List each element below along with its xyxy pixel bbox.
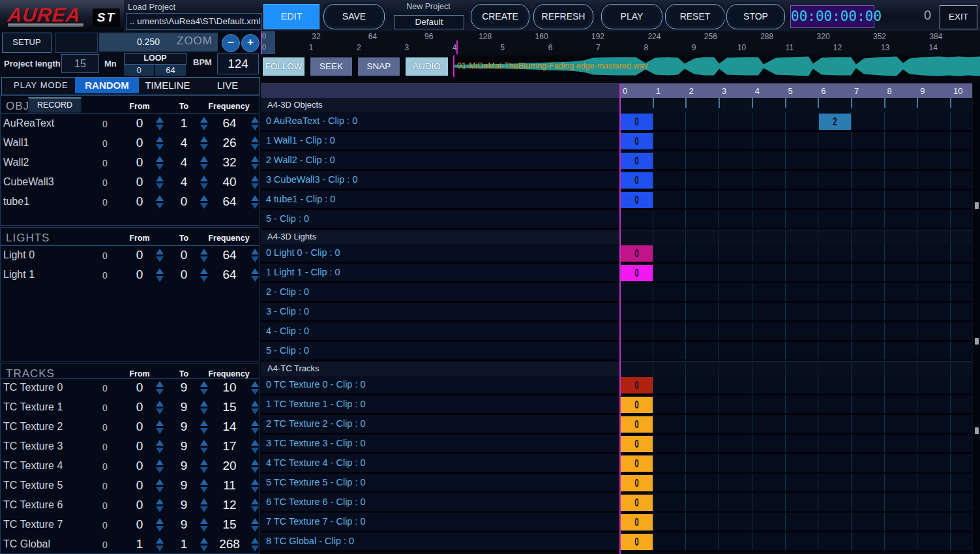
follow-toggle[interactable]: FOLLOW: [263, 57, 304, 76]
track-grid-row[interactable]: 0: [619, 454, 980, 474]
track-grid-row[interactable]: 0: [619, 415, 980, 435]
spinner-down-icon[interactable]: [251, 256, 259, 262]
spinner-up-icon[interactable]: [251, 459, 259, 465]
record-button[interactable]: RECORD: [28, 97, 82, 113]
track-label[interactable]: 0 Light 0 - Clip : 0: [261, 244, 619, 264]
param-from[interactable]: 0: [125, 175, 154, 189]
spinner-down-icon[interactable]: [251, 487, 259, 493]
param-to[interactable]: 0: [170, 268, 198, 282]
load-project-path-field[interactable]: .. uments\AuRea4\ST\Default.xml: [126, 13, 262, 30]
param-to[interactable]: 9: [170, 380, 198, 395]
param-to[interactable]: 0: [170, 248, 198, 262]
spinner-down-icon[interactable]: [156, 408, 164, 414]
track-label[interactable]: 8 TC Global - Clip : 0: [261, 532, 619, 552]
spinner-up-icon[interactable]: [156, 195, 164, 201]
param-frequency[interactable]: 17: [214, 439, 245, 454]
spinner-down-icon[interactable]: [200, 428, 208, 434]
spinner-up-icon[interactable]: [200, 538, 208, 544]
spinner-down-icon[interactable]: [200, 389, 208, 395]
reset-button[interactable]: RESET: [665, 4, 725, 29]
track-label[interactable]: 1 Wall1 - Clip : 0: [261, 132, 619, 151]
param-from[interactable]: 0: [125, 116, 154, 131]
spinner-up-icon[interactable]: [200, 156, 208, 162]
spinner-down-icon[interactable]: [251, 164, 259, 170]
spinner-up-icon[interactable]: [156, 440, 164, 446]
param-from[interactable]: 0: [125, 517, 154, 532]
audio-toggle[interactable]: AUDIO: [406, 57, 448, 76]
seek-toggle[interactable]: SEEK: [310, 57, 352, 76]
param-from[interactable]: 0: [125, 498, 154, 512]
spinner-up-icon[interactable]: [200, 195, 208, 201]
param-frequency[interactable]: 11: [214, 478, 245, 493]
param-frequency[interactable]: 12: [214, 498, 245, 512]
track-grid-row[interactable]: [619, 210, 980, 230]
spinner-up-icon[interactable]: [200, 117, 208, 123]
spinner-up-icon[interactable]: [200, 499, 208, 504]
track-label[interactable]: 2 TC Texture 2 - Clip : 0: [261, 415, 619, 435]
zoom-out-button[interactable]: –: [222, 34, 240, 52]
param-from[interactable]: 0: [125, 420, 154, 434]
spinner-down-icon[interactable]: [156, 526, 164, 532]
timeline-clip[interactable]: 2: [819, 114, 851, 130]
spinner-up-icon[interactable]: [251, 176, 259, 181]
zoom-in-button[interactable]: +: [241, 34, 260, 52]
track-label[interactable]: 1 TC Texture 1 - Clip : 0: [261, 395, 619, 415]
param-frequency[interactable]: 14: [214, 420, 245, 434]
spinner-down-icon[interactable]: [156, 164, 164, 170]
spinner-up-icon[interactable]: [200, 176, 208, 181]
param-from[interactable]: 0: [125, 155, 154, 170]
spinner-up-icon[interactable]: [156, 268, 164, 274]
param-frequency[interactable]: 40: [214, 175, 245, 189]
param-from[interactable]: 0: [125, 268, 154, 282]
spinner-down-icon[interactable]: [156, 203, 164, 209]
create-button[interactable]: CREATE: [471, 4, 529, 29]
track-grid-row[interactable]: 0: [619, 151, 980, 171]
spinner-up-icon[interactable]: [200, 459, 208, 465]
param-to[interactable]: 1: [170, 116, 198, 131]
spinner-up-icon[interactable]: [200, 249, 208, 254]
timeline-clip[interactable]: 0: [621, 114, 653, 130]
spinner-down-icon[interactable]: [251, 506, 259, 512]
timeline-clip[interactable]: 0: [621, 436, 653, 452]
timeline-clip[interactable]: 0: [621, 534, 653, 550]
param-to[interactable]: 1: [170, 537, 198, 551]
timeline-clip[interactable]: 0: [621, 133, 653, 149]
timeline-clip[interactable]: 0: [621, 377, 653, 393]
mode-random[interactable]: RANDOM: [75, 78, 139, 93]
save-button[interactable]: SAVE: [323, 4, 385, 29]
spinner-up-icon[interactable]: [200, 518, 208, 524]
param-to[interactable]: 4: [170, 175, 198, 189]
timeline-clip[interactable]: 0: [621, 172, 653, 189]
track-grid-row[interactable]: [619, 342, 980, 362]
param-frequency[interactable]: 64: [214, 194, 245, 209]
track-label[interactable]: 2 - Clip : 0: [261, 283, 619, 303]
track-label[interactable]: 3 CubeWall3 - Clip : 0: [261, 171, 619, 191]
timeline-clip[interactable]: 0: [621, 514, 653, 531]
timeline-clip[interactable]: 0: [621, 153, 653, 169]
spinner-down-icon[interactable]: [200, 506, 208, 512]
timeline-clip[interactable]: 0: [621, 475, 653, 491]
spinner-up-icon[interactable]: [156, 518, 164, 524]
spinner-down-icon[interactable]: [200, 526, 208, 532]
spinner-down-icon[interactable]: [200, 408, 208, 414]
mode-timeline[interactable]: TIMELINE: [141, 78, 194, 93]
spinner-down-icon[interactable]: [200, 276, 208, 282]
track-label[interactable]: 2 Wall2 - Clip : 0: [261, 151, 619, 171]
spinner-up-icon[interactable]: [156, 479, 164, 485]
setup-button[interactable]: SETUP: [2, 33, 52, 53]
track-grid-row[interactable]: 0: [619, 493, 980, 513]
spinner-down-icon[interactable]: [251, 467, 259, 473]
param-frequency[interactable]: 64: [214, 268, 245, 282]
timeline-clip[interactable]: 0: [621, 455, 653, 472]
snap-toggle[interactable]: SNAP: [358, 57, 400, 76]
spinner-up-icon[interactable]: [251, 156, 259, 162]
spinner-down-icon[interactable]: [251, 408, 259, 414]
play-button[interactable]: PLAY: [601, 4, 662, 29]
spinner-up-icon[interactable]: [251, 518, 259, 524]
param-frequency[interactable]: 15: [214, 400, 245, 414]
track-label[interactable]: 5 - Clip : 0: [261, 210, 619, 230]
spinner-down-icon[interactable]: [156, 448, 164, 454]
spinner-up-icon[interactable]: [156, 176, 164, 181]
spinner-down-icon[interactable]: [200, 203, 208, 209]
param-from[interactable]: 0: [125, 194, 154, 209]
